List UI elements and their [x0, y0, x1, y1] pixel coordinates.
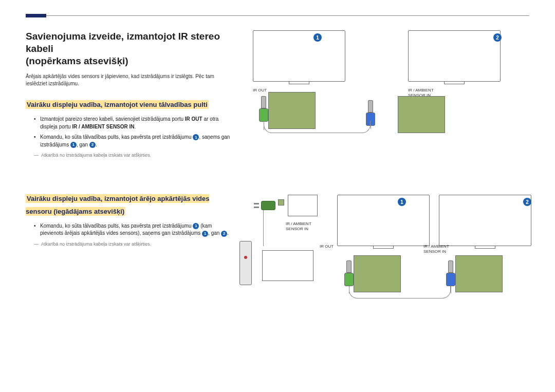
- badge-icon: 1: [70, 142, 77, 148]
- section2-list: Komandu, ko sūta tālvadības pults, kas p…: [34, 222, 231, 237]
- badge-icon: 1: [193, 134, 199, 140]
- projector-icon: [262, 250, 313, 281]
- section1-heading: Vairāku displeju vadība, izmantojot vien…: [26, 98, 231, 110]
- page-title: Savienojuma izveide, izmantojot IR stere…: [26, 30, 231, 67]
- jack-green-icon: [259, 96, 268, 122]
- badge-icon: 2: [89, 142, 96, 148]
- intro-text: Ārējais apkārtējās vides sensors ir jāpi…: [26, 73, 231, 87]
- section1-footnote: Atkarībā no izstrādājuma kabeļa izskats …: [34, 153, 231, 158]
- section1-list: Izmantojot pareizo stereo kabeli, savien…: [34, 116, 231, 148]
- port-icon: [398, 96, 445, 133]
- monitor-icon: [408, 30, 501, 82]
- cable-icon: [263, 210, 264, 246]
- cable-icon: [371, 125, 371, 129]
- badge-icon: 1: [193, 223, 199, 229]
- sensor-box-icon: [288, 195, 318, 216]
- jack-green-icon: [344, 260, 354, 286]
- port-icon: [455, 255, 503, 292]
- ir-ambient-label: IR / AMBIENTSENSOR IN: [286, 221, 311, 231]
- header-rule: [26, 15, 529, 16]
- badge-1-icon: 1: [313, 33, 322, 42]
- badge-2-icon: 2: [493, 33, 502, 42]
- badge-icon: 2: [221, 231, 227, 237]
- section2-footnote: Atkarībā no izstrādājuma kabeļa izskats …: [34, 241, 231, 247]
- ir-out-label: IR OUT: [253, 88, 267, 93]
- section2-heading: Vairāku displeju vadība, izmantojot ārēj…: [26, 192, 231, 217]
- left-column: Savienojuma izveide, izmantojot IR stere…: [26, 30, 231, 323]
- right-column: 1 2 IR OUT IR / AMBIENTSENSOR IN IR / AM…: [244, 30, 529, 323]
- remote-icon: [239, 241, 252, 285]
- cable-icon: [451, 286, 451, 293]
- monitor-icon: [337, 195, 430, 246]
- title-line2: (nopērkams atsevišķi): [26, 55, 231, 67]
- ir-out-label: IR OUT: [320, 244, 334, 249]
- plug-icon: [254, 201, 275, 210]
- cable-icon: [349, 286, 451, 298]
- diagram-top: 1 2 IR OUT IR / AMBIENTSENSOR IN: [244, 30, 529, 138]
- list-item: Komandu, ko sūta tālvadības pults, kas p…: [34, 222, 231, 237]
- badge-2-icon: 2: [523, 198, 531, 206]
- monitor-icon: [439, 195, 531, 246]
- monitor-icon: [253, 30, 345, 82]
- cable-icon: [264, 121, 371, 133]
- title-line1: Savienojuma izveide, izmantojot IR stere…: [26, 31, 220, 54]
- list-item: Izmantojot pareizo stereo kabeli, savien…: [34, 116, 231, 130]
- list-item: Komandu, ko sūta tālvadības pults, kas p…: [34, 134, 231, 148]
- ir-ambient-label: IR / AMBIENTSENSOR IN: [423, 244, 449, 254]
- diagram-bottom: IR / AMBIENTSENSOR IN 1 IR OUT 2 IR / AM…: [244, 195, 529, 323]
- badge-icon: 1: [202, 231, 208, 237]
- badge-1-icon: 1: [398, 198, 406, 206]
- jack-blue-icon: [446, 260, 455, 286]
